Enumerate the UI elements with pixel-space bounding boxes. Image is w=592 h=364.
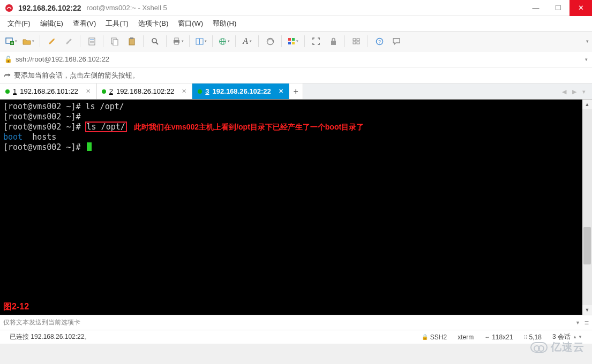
- tile-icon[interactable]: [349, 34, 363, 48]
- layout-icon[interactable]: [194, 34, 208, 48]
- reconnect-icon[interactable]: [44, 34, 58, 48]
- separator-icon: [258, 35, 259, 47]
- menu-tools[interactable]: 工具(T): [103, 18, 131, 29]
- prompt: [root@vms002 ~]#: [3, 112, 81, 122]
- separator-icon: [143, 35, 144, 47]
- ssh-lock-icon: 🔓: [4, 56, 12, 63]
- window-title-sub: root@vms002:~ - Xshell 5: [87, 4, 167, 12]
- separator-icon: [212, 35, 213, 47]
- svg-point-11: [152, 39, 156, 43]
- output-boot: boot: [3, 132, 23, 142]
- tab-label: 192.168.26.102:22: [213, 87, 271, 95]
- new-session-icon[interactable]: [4, 34, 18, 48]
- status-connected: 已连接 192.168.26.102:22。: [4, 332, 96, 342]
- minimize-button[interactable]: —: [524, 0, 547, 16]
- find-icon[interactable]: [148, 34, 162, 48]
- svg-rect-29: [353, 42, 356, 44]
- window-title-main: 192.168.26.102:22: [18, 4, 81, 12]
- address-dropdown-icon[interactable]: ▾: [585, 57, 588, 62]
- tip-bar: ⮫ 要添加当前会话，点击左侧的箭头按钮。: [0, 67, 592, 84]
- font-icon[interactable]: A: [240, 34, 254, 48]
- lock-icon[interactable]: [326, 34, 340, 48]
- separator-icon: [281, 35, 282, 47]
- cursor-pos-icon: ⁝⁝: [524, 334, 527, 340]
- menubar: 文件(F) 编辑(E) 查看(V) 工具(T) 选项卡(B) 窗口(W) 帮助(…: [0, 16, 592, 31]
- terminal[interactable]: [root@vms002 ~]# ls /opt/ [root@vms002 ~…: [0, 100, 582, 315]
- tabs-nav-icon[interactable]: ◀ ▶ ▾: [562, 88, 588, 95]
- tab-label: 192.168.26.102:22: [116, 87, 174, 95]
- cmd-text: ls /opt/: [86, 102, 124, 111]
- svg-rect-9: [129, 39, 134, 45]
- svg-point-0: [5, 4, 13, 12]
- help-icon[interactable]: ?: [372, 34, 386, 48]
- svg-rect-25: [292, 42, 295, 44]
- status-protocol: 🔒SSH2: [416, 333, 452, 341]
- scroll-up-icon[interactable]: ▲: [582, 100, 592, 109]
- svg-text:?: ?: [378, 39, 380, 44]
- color-icon[interactable]: [286, 34, 300, 48]
- svg-rect-14: [175, 38, 178, 40]
- send-menu-icon[interactable]: ≡: [584, 318, 589, 327]
- address-text[interactable]: ssh://root@192.168.26.102:22: [16, 55, 109, 63]
- menu-window[interactable]: 窗口(W): [176, 18, 205, 29]
- paste-icon[interactable]: [125, 34, 139, 48]
- menu-view[interactable]: 查看(V): [71, 18, 98, 29]
- tab-session-2[interactable]: 2 192.168.26.102:22 ✕: [96, 84, 193, 99]
- tab-close-icon[interactable]: ✕: [182, 88, 186, 95]
- cursor-icon: [87, 142, 92, 151]
- menu-file[interactable]: 文件(F): [5, 18, 33, 29]
- open-icon[interactable]: [21, 34, 35, 48]
- titlebar: 192.168.26.102:22 root@vms002:~ - Xshell…: [0, 0, 592, 16]
- separator-icon: [40, 35, 40, 47]
- fullscreen-icon[interactable]: [309, 34, 323, 48]
- scroll-thumb[interactable]: [583, 227, 591, 264]
- terminal-area: [root@vms002 ~]# ls /opt/ [root@vms002 ~…: [0, 100, 592, 315]
- copy-icon[interactable]: [108, 34, 122, 48]
- terminal-scrollbar[interactable]: ▲ ▼: [582, 100, 592, 315]
- prompt: [root@vms002 ~]#: [3, 142, 86, 152]
- app-icon: [4, 3, 14, 13]
- output-hosts: hosts: [32, 132, 56, 142]
- svg-rect-22: [288, 38, 291, 41]
- svg-rect-23: [292, 38, 295, 41]
- separator-icon: [368, 35, 368, 47]
- tab-close-icon[interactable]: ✕: [279, 88, 283, 95]
- globe-icon[interactable]: [217, 34, 231, 48]
- new-tab-button[interactable]: +: [289, 84, 303, 99]
- tab-session-1[interactable]: 1 192.168.26.101:22 ✕: [0, 84, 96, 99]
- close-button[interactable]: ✕: [569, 0, 592, 16]
- scroll-down-icon[interactable]: ▼: [582, 305, 592, 315]
- status-dot-icon: [102, 89, 106, 94]
- svg-rect-24: [288, 42, 291, 44]
- status-size: ↔118x21: [479, 333, 518, 341]
- menu-help[interactable]: 帮助(H): [211, 18, 238, 29]
- properties-icon[interactable]: [85, 34, 99, 48]
- disconnect-icon[interactable]: [62, 34, 76, 48]
- maximize-button[interactable]: ☐: [547, 0, 569, 16]
- highlighted-command: ls /opt/: [86, 122, 126, 132]
- send-bar[interactable]: 仅将文本发送到当前选项卡 ▼ ≡: [0, 315, 592, 330]
- separator-icon: [235, 35, 236, 47]
- annotation-text: 此时我们在vms002主机上看到/opt目录下已经产生了一个boot目录了: [134, 123, 364, 131]
- separator-icon: [103, 35, 103, 47]
- address-bar: 🔓 ssh://root@192.168.26.102:22 ▾: [0, 51, 592, 67]
- encoding-icon[interactable]: [263, 34, 277, 48]
- tip-arrow-icon[interactable]: ⮫: [4, 72, 11, 79]
- menu-edit[interactable]: 编辑(E): [38, 18, 65, 29]
- toolbar-overflow-icon[interactable]: ▾: [586, 39, 589, 44]
- tabs-row: 1 192.168.26.101:22 ✕ 2 192.168.26.102:2…: [0, 84, 592, 100]
- send-bar-text: 仅将文本发送到当前选项卡: [3, 318, 80, 327]
- separator-icon: [304, 35, 305, 47]
- send-dropdown-icon[interactable]: ▼: [575, 320, 580, 325]
- print-icon[interactable]: [171, 34, 185, 48]
- chat-icon[interactable]: [389, 34, 403, 48]
- toolbar: A ? ▾: [0, 31, 592, 51]
- tab-close-icon[interactable]: ✕: [86, 88, 91, 95]
- svg-rect-27: [353, 39, 356, 41]
- scroll-track[interactable]: [582, 109, 592, 305]
- menu-tabs[interactable]: 选项卡(B): [136, 18, 170, 29]
- separator-icon: [80, 35, 80, 47]
- watermark-text: 亿速云: [551, 340, 584, 354]
- tab-session-3[interactable]: 3 192.168.26.102:22 ✕: [192, 84, 289, 99]
- lock-icon: 🔒: [422, 334, 428, 340]
